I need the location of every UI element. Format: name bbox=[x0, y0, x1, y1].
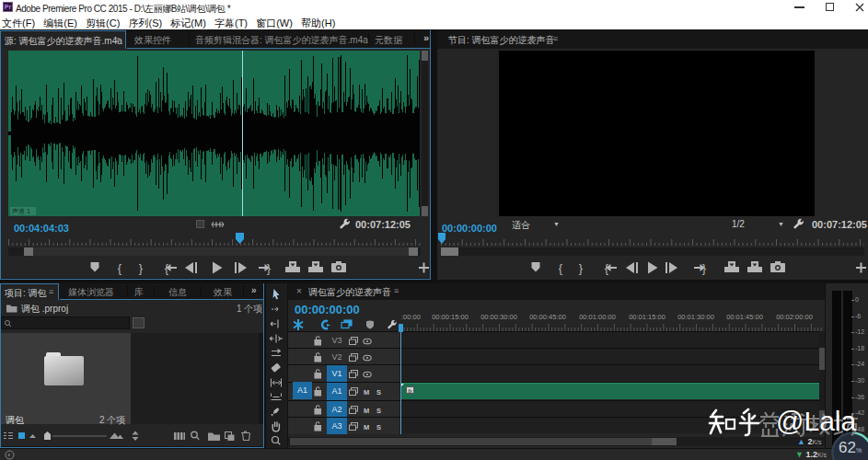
svg-text:}: } bbox=[702, 261, 707, 275]
svg-text:}: } bbox=[579, 261, 584, 275]
svg-text:S: S bbox=[376, 423, 381, 431]
svg-text:S: S bbox=[376, 388, 381, 397]
svg-text:}: } bbox=[267, 261, 272, 275]
svg-text:M: M bbox=[364, 407, 369, 415]
svg-text:S: S bbox=[376, 407, 381, 415]
svg-text:M: M bbox=[364, 423, 369, 431]
svg-text:}: } bbox=[139, 261, 144, 275]
svg-text:{: { bbox=[559, 261, 563, 275]
svg-text:{: { bbox=[118, 261, 122, 275]
svg-text:M: M bbox=[364, 388, 369, 397]
